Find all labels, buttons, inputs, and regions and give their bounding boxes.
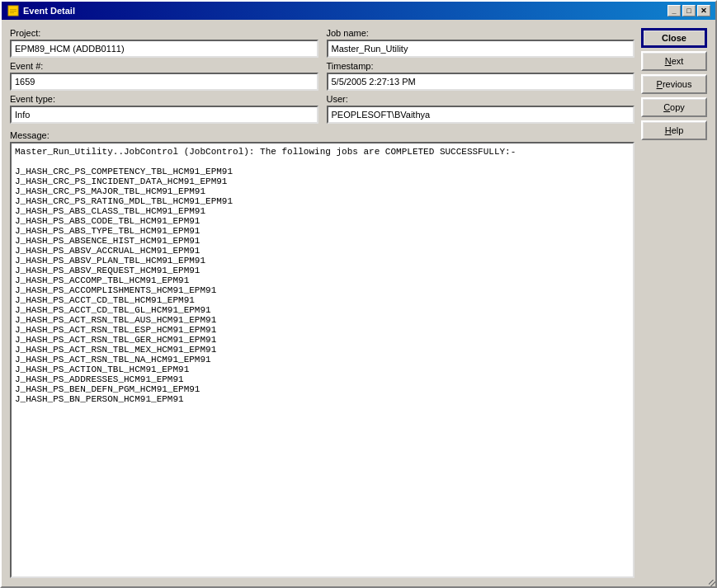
- event-num-input[interactable]: [10, 73, 318, 91]
- buttons-area: Close Next Previous Copy Help: [641, 28, 707, 578]
- window-close-button[interactable]: ✕: [697, 5, 710, 16]
- svg-rect-2: [10, 11, 17, 12]
- window-title: Event Detail: [23, 6, 75, 16]
- user-label: User:: [327, 94, 635, 104]
- minimize-button[interactable]: _: [667, 5, 681, 16]
- row-event-timestamp: Event #: Timestamp:: [10, 61, 634, 91]
- event-num-group: Event #:: [10, 61, 318, 91]
- title-bar-controls: _ □ ✕: [667, 5, 710, 16]
- event-type-group: Event type:: [10, 94, 318, 124]
- form-area: Project: Job name: Event #: Timestamp:: [10, 28, 634, 578]
- title-bar-left: Event Detail: [7, 4, 75, 17]
- message-box-container: [10, 142, 634, 578]
- timestamp-input[interactable]: [327, 73, 635, 91]
- svg-rect-3: [10, 12, 14, 13]
- previous-button[interactable]: Previous: [641, 74, 707, 94]
- project-label: Project:: [10, 28, 318, 38]
- event-num-label: Event #:: [10, 61, 318, 71]
- title-bar: Event Detail _ □ ✕: [2, 2, 715, 20]
- help-button[interactable]: Help: [641, 120, 707, 140]
- event-detail-window: Event Detail _ □ ✕ Project: Job name:: [0, 0, 717, 588]
- resize-grip[interactable]: [705, 576, 715, 586]
- message-section: Message:: [10, 130, 634, 578]
- svg-rect-1: [10, 9, 17, 10]
- message-label: Message:: [10, 130, 634, 140]
- job-name-group: Job name:: [327, 28, 635, 58]
- copy-button[interactable]: Copy: [641, 97, 707, 117]
- content-area: Project: Job name: Event #: Timestamp:: [2, 20, 715, 586]
- message-textarea[interactable]: [12, 143, 633, 576]
- next-button[interactable]: Next: [641, 51, 707, 71]
- maximize-button[interactable]: □: [682, 5, 696, 16]
- user-group: User:: [327, 94, 635, 124]
- timestamp-label: Timestamp:: [327, 61, 635, 71]
- job-name-label: Job name:: [327, 28, 635, 38]
- row-eventtype-user: Event type: User:: [10, 94, 634, 124]
- job-name-input[interactable]: [327, 40, 635, 58]
- event-type-label: Event type:: [10, 94, 318, 104]
- timestamp-group: Timestamp:: [327, 61, 635, 91]
- user-input[interactable]: [327, 106, 635, 124]
- close-button[interactable]: Close: [641, 28, 707, 48]
- event-type-input[interactable]: [10, 106, 318, 124]
- project-group: Project:: [10, 28, 318, 58]
- project-input[interactable]: [10, 40, 318, 58]
- window-icon: [7, 4, 20, 17]
- row-project-job: Project: Job name:: [10, 28, 634, 58]
